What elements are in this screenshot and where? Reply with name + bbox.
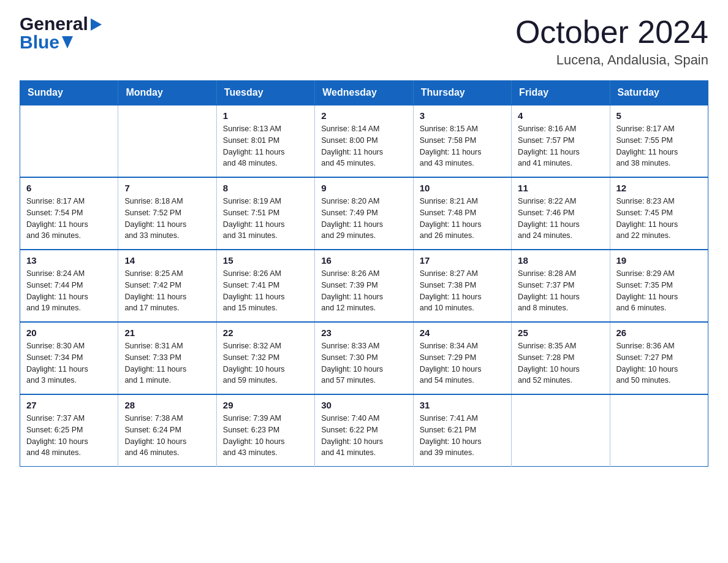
day-number: 11 bbox=[518, 183, 603, 193]
day-info: Sunrise: 8:31 AM Sunset: 7:33 PM Dayligh… bbox=[124, 340, 210, 386]
day-info: Sunrise: 8:24 AM Sunset: 7:44 PM Dayligh… bbox=[26, 268, 112, 314]
day-number: 30 bbox=[321, 400, 406, 410]
calendar-cell: 19Sunrise: 8:29 AM Sunset: 7:35 PM Dayli… bbox=[610, 250, 708, 322]
calendar-cell: 11Sunrise: 8:22 AM Sunset: 7:46 PM Dayli… bbox=[512, 177, 610, 250]
day-info: Sunrise: 8:17 AM Sunset: 7:54 PM Dayligh… bbox=[26, 196, 112, 242]
calendar-cell: 27Sunrise: 7:37 AM Sunset: 6:25 PM Dayli… bbox=[20, 394, 118, 467]
title-area: October 2024 Lucena, Andalusia, Spain bbox=[515, 15, 708, 68]
day-number: 17 bbox=[420, 255, 505, 266]
logo-blue-text: Blue bbox=[20, 33, 59, 52]
day-info: Sunrise: 8:20 AM Sunset: 7:49 PM Dayligh… bbox=[321, 196, 406, 242]
calendar-cell: 12Sunrise: 8:23 AM Sunset: 7:45 PM Dayli… bbox=[610, 177, 708, 250]
day-info: Sunrise: 8:26 AM Sunset: 7:41 PM Dayligh… bbox=[223, 268, 308, 314]
day-number: 25 bbox=[518, 327, 603, 338]
day-info: Sunrise: 7:38 AM Sunset: 6:24 PM Dayligh… bbox=[124, 413, 210, 459]
calendar-cell: 24Sunrise: 8:34 AM Sunset: 7:29 PM Dayli… bbox=[413, 322, 511, 394]
calendar-cell: 22Sunrise: 8:32 AM Sunset: 7:32 PM Dayli… bbox=[216, 322, 314, 394]
month-title: October 2024 bbox=[515, 15, 708, 50]
day-number: 13 bbox=[26, 255, 112, 266]
calendar-cell: 29Sunrise: 7:39 AM Sunset: 6:23 PM Dayli… bbox=[216, 394, 314, 467]
day-info: Sunrise: 8:21 AM Sunset: 7:48 PM Dayligh… bbox=[420, 196, 505, 242]
calendar-cell: 13Sunrise: 8:24 AM Sunset: 7:44 PM Dayli… bbox=[20, 250, 118, 322]
day-number: 2 bbox=[321, 110, 406, 121]
day-number: 15 bbox=[223, 255, 308, 266]
calendar-cell: 21Sunrise: 8:31 AM Sunset: 7:33 PM Dayli… bbox=[118, 322, 216, 394]
day-number: 1 bbox=[223, 110, 308, 121]
day-info: Sunrise: 8:13 AM Sunset: 8:01 PM Dayligh… bbox=[223, 123, 308, 169]
calendar-cell: 5Sunrise: 8:17 AM Sunset: 7:55 PM Daylig… bbox=[610, 105, 708, 177]
day-info: Sunrise: 8:32 AM Sunset: 7:32 PM Dayligh… bbox=[223, 340, 308, 386]
svg-marker-0 bbox=[91, 18, 102, 31]
calendar-cell: 6Sunrise: 8:17 AM Sunset: 7:54 PM Daylig… bbox=[20, 177, 118, 250]
day-number: 28 bbox=[124, 400, 210, 410]
calendar-cell: 26Sunrise: 8:36 AM Sunset: 7:27 PM Dayli… bbox=[610, 322, 708, 394]
day-info: Sunrise: 8:22 AM Sunset: 7:46 PM Dayligh… bbox=[518, 196, 603, 242]
day-info: Sunrise: 8:27 AM Sunset: 7:38 PM Dayligh… bbox=[420, 268, 505, 314]
day-number: 22 bbox=[223, 327, 308, 338]
calendar-cell bbox=[118, 105, 216, 177]
calendar-cell: 28Sunrise: 7:38 AM Sunset: 6:24 PM Dayli… bbox=[118, 394, 216, 467]
calendar-cell: 30Sunrise: 7:40 AM Sunset: 6:22 PM Dayli… bbox=[315, 394, 413, 467]
logo: General Blue bbox=[20, 15, 102, 52]
day-number: 4 bbox=[518, 110, 603, 121]
day-number: 20 bbox=[26, 327, 112, 338]
location-subtitle: Lucena, Andalusia, Spain bbox=[515, 52, 708, 68]
day-number: 12 bbox=[616, 183, 702, 193]
svg-marker-1 bbox=[62, 36, 73, 48]
day-info: Sunrise: 8:23 AM Sunset: 7:45 PM Dayligh… bbox=[616, 196, 702, 242]
day-number: 23 bbox=[321, 327, 406, 338]
day-number: 6 bbox=[26, 183, 112, 193]
page-header: General Blue Oc bbox=[20, 15, 708, 68]
calendar-cell: 16Sunrise: 8:26 AM Sunset: 7:39 PM Dayli… bbox=[315, 250, 413, 322]
day-number: 16 bbox=[321, 255, 406, 266]
day-number: 18 bbox=[518, 255, 603, 266]
calendar-cell bbox=[20, 105, 118, 177]
day-number: 31 bbox=[420, 400, 505, 410]
calendar-cell: 18Sunrise: 8:28 AM Sunset: 7:37 PM Dayli… bbox=[512, 250, 610, 322]
calendar-body: 1Sunrise: 8:13 AM Sunset: 8:01 PM Daylig… bbox=[20, 105, 708, 467]
day-info: Sunrise: 8:16 AM Sunset: 7:57 PM Dayligh… bbox=[518, 123, 603, 169]
calendar-cell: 7Sunrise: 8:18 AM Sunset: 7:52 PM Daylig… bbox=[118, 177, 216, 250]
day-info: Sunrise: 7:40 AM Sunset: 6:22 PM Dayligh… bbox=[321, 413, 406, 459]
day-info: Sunrise: 8:26 AM Sunset: 7:39 PM Dayligh… bbox=[321, 268, 406, 314]
day-info: Sunrise: 8:30 AM Sunset: 7:34 PM Dayligh… bbox=[26, 340, 112, 386]
day-info: Sunrise: 8:28 AM Sunset: 7:37 PM Dayligh… bbox=[518, 268, 603, 314]
day-info: Sunrise: 8:33 AM Sunset: 7:30 PM Dayligh… bbox=[321, 340, 406, 386]
day-of-week-header: Tuesday bbox=[216, 81, 314, 105]
day-info: Sunrise: 8:14 AM Sunset: 8:00 PM Dayligh… bbox=[321, 123, 406, 169]
calendar-cell bbox=[512, 394, 610, 467]
calendar-cell: 17Sunrise: 8:27 AM Sunset: 7:38 PM Dayli… bbox=[413, 250, 511, 322]
calendar-header: SundayMondayTuesdayWednesdayThursdayFrid… bbox=[20, 81, 708, 105]
day-number: 29 bbox=[223, 400, 308, 410]
day-number: 24 bbox=[420, 327, 505, 338]
day-number: 21 bbox=[124, 327, 210, 338]
calendar-cell: 8Sunrise: 8:19 AM Sunset: 7:51 PM Daylig… bbox=[216, 177, 314, 250]
logo-arrow-icon bbox=[91, 18, 102, 33]
calendar-cell: 3Sunrise: 8:15 AM Sunset: 7:58 PM Daylig… bbox=[413, 105, 511, 177]
day-info: Sunrise: 8:15 AM Sunset: 7:58 PM Dayligh… bbox=[420, 123, 505, 169]
day-number: 10 bbox=[420, 183, 505, 193]
calendar-cell: 10Sunrise: 8:21 AM Sunset: 7:48 PM Dayli… bbox=[413, 177, 511, 250]
day-info: Sunrise: 8:36 AM Sunset: 7:27 PM Dayligh… bbox=[616, 340, 702, 386]
day-of-week-header: Sunday bbox=[20, 81, 118, 105]
day-info: Sunrise: 8:25 AM Sunset: 7:42 PM Dayligh… bbox=[124, 268, 210, 314]
logo-arrow-down-icon bbox=[62, 36, 73, 50]
day-number: 26 bbox=[616, 327, 702, 338]
calendar-cell: 31Sunrise: 7:41 AM Sunset: 6:21 PM Dayli… bbox=[413, 394, 511, 467]
calendar-cell: 2Sunrise: 8:14 AM Sunset: 8:00 PM Daylig… bbox=[315, 105, 413, 177]
day-number: 14 bbox=[124, 255, 210, 266]
day-of-week-header: Saturday bbox=[610, 81, 708, 105]
calendar-cell: 23Sunrise: 8:33 AM Sunset: 7:30 PM Dayli… bbox=[315, 322, 413, 394]
day-of-week-header: Friday bbox=[512, 81, 610, 105]
calendar-cell: 9Sunrise: 8:20 AM Sunset: 7:49 PM Daylig… bbox=[315, 177, 413, 250]
day-info: Sunrise: 7:37 AM Sunset: 6:25 PM Dayligh… bbox=[26, 413, 112, 459]
calendar-cell: 4Sunrise: 8:16 AM Sunset: 7:57 PM Daylig… bbox=[512, 105, 610, 177]
day-of-week-header: Wednesday bbox=[315, 81, 413, 105]
days-of-week-row: SundayMondayTuesdayWednesdayThursdayFrid… bbox=[20, 81, 708, 105]
day-number: 7 bbox=[124, 183, 210, 193]
day-info: Sunrise: 8:18 AM Sunset: 7:52 PM Dayligh… bbox=[124, 196, 210, 242]
day-number: 3 bbox=[420, 110, 505, 121]
day-of-week-header: Thursday bbox=[413, 81, 511, 105]
calendar-cell: 25Sunrise: 8:35 AM Sunset: 7:28 PM Dayli… bbox=[512, 322, 610, 394]
calendar-cell bbox=[610, 394, 708, 467]
